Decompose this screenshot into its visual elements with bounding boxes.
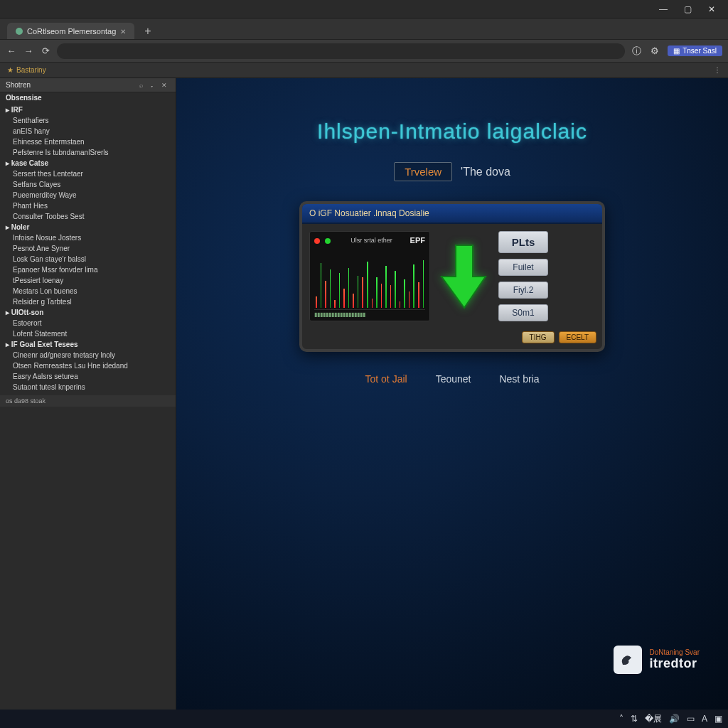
- sidebar-item[interactable]: Epanoer Mssr fonvder lima: [0, 264, 176, 275]
- sidebar-item[interactable]: Otsen Remreastes Lsu Hne idedand: [0, 360, 176, 371]
- chart-bar: [400, 301, 401, 308]
- chart-bars: [314, 245, 425, 309]
- sidebar-panel: Shotren ⌕ ▾ ✕ Obsensise ▸ IRFSenthafiers…: [0, 78, 176, 710]
- tray-chevron-icon[interactable]: ˄: [619, 714, 623, 724]
- sidebar-item[interactable]: Estoerort: [0, 318, 176, 328]
- sidebar-search-icon[interactable]: ⌕: [139, 82, 146, 89]
- nav-forward-icon[interactable]: →: [23, 46, 34, 57]
- chart-label: Ulsr srtal ether: [350, 237, 392, 244]
- bookmark-star-icon[interactable]: ★: [7, 66, 14, 74]
- sidebar-section[interactable]: ▸ Noler: [0, 222, 176, 232]
- sidebar-section[interactable]: ▸ IF Goal Exet Tesees: [0, 339, 176, 350]
- bookmark-item[interactable]: Bastariny: [16, 66, 46, 74]
- chart-bar: [404, 279, 405, 308]
- device-button-2[interactable]: Fiyl.2: [498, 282, 548, 299]
- chart-bar: [381, 284, 382, 308]
- sidebar-item[interactable]: Lofent Statement: [0, 328, 176, 339]
- subtitle-bar: Trvelew 'The dova: [394, 162, 510, 181]
- tray-language-icon[interactable]: A: [702, 714, 707, 724]
- sidebar-footer-text: os da98 stoak: [6, 397, 46, 405]
- footer-link-3[interactable]: Nest bria: [499, 373, 539, 385]
- window-close-button[interactable]: ✕: [700, 2, 724, 16]
- sidebar-item[interactable]: Mestars Lon buenes: [0, 286, 176, 296]
- tray-battery-icon[interactable]: ▭: [687, 714, 695, 724]
- window-maximize-button[interactable]: ▢: [675, 2, 700, 16]
- share-button[interactable]: ▦ Tnser Sasl: [668, 46, 722, 56]
- device-button-3[interactable]: S0m1: [498, 304, 548, 321]
- browser-tabstrip: CoRtlseom Plemersontag ✕ +: [0, 18, 728, 40]
- sidebar-item[interactable]: Sersert thes Lentetaer: [0, 168, 176, 179]
- sidebar-item[interactable]: Sutaont tutesl knperins: [0, 382, 176, 392]
- chart-bar: [353, 294, 354, 308]
- os-taskbar: ˄ ⇅ �展 🔊 ▭ A ▣: [0, 710, 728, 728]
- chart-bar: [343, 289, 345, 308]
- chart-bar: [418, 282, 419, 308]
- download-arrow-icon: [439, 231, 490, 321]
- tab-label: CoRtlseom Plemersontag: [27, 27, 116, 36]
- footer-link-1[interactable]: Tot ot Jail: [365, 373, 407, 385]
- sidebar-subtitle[interactable]: Obsensise: [0, 92, 176, 103]
- chart-bar: [372, 299, 373, 308]
- sidebar-item[interactable]: Senthafiers: [0, 115, 176, 126]
- sidebar-item[interactable]: Pefstenre Is tubndamanlSrerls: [0, 147, 176, 158]
- bookmarks-bar: ★ Bastariny ⋮: [0, 63, 728, 78]
- subtitle-text: 'The dova: [461, 166, 510, 178]
- info-icon[interactable]: ⓘ: [631, 46, 642, 57]
- sidebar-item[interactable]: Easry Aalsrs seturea: [0, 371, 176, 382]
- chart-bar: [334, 300, 336, 308]
- indicator-red-icon: [314, 238, 320, 244]
- chart-bar: [376, 277, 378, 308]
- tray-network-icon[interactable]: ⇅: [631, 714, 638, 724]
- device-foot-button-1[interactable]: TIHG: [522, 331, 555, 343]
- sidebar-item[interactable]: Relsider g Tarbtesl: [0, 296, 176, 307]
- device-button-1[interactable]: Fuilet: [498, 259, 548, 276]
- sidebar-item[interactable]: Phant Hies: [0, 200, 176, 211]
- sidebar-item[interactable]: Ehinesse Entermstaen: [0, 136, 176, 147]
- share-label: Tnser Sasl: [682, 47, 717, 55]
- sidebar-item[interactable]: Losk Gan staye'r balssl: [0, 254, 176, 264]
- sidebar-section[interactable]: ▸ kase Catse: [0, 158, 176, 168]
- sidebar-section[interactable]: ▸ IRF: [0, 105, 176, 115]
- sidebar-collapse-icon[interactable]: ▾: [150, 82, 156, 89]
- sidebar-item[interactable]: Cineenr ad/gnesre tnetasry lnoly: [0, 350, 176, 360]
- tab-close-icon[interactable]: ✕: [120, 28, 126, 36]
- device-footer: TIHG ECELT: [302, 328, 602, 349]
- nav-reload-icon[interactable]: ⟳: [40, 46, 51, 57]
- chart-bar: [423, 260, 424, 308]
- settings-icon[interactable]: ⚙: [649, 46, 660, 57]
- tray-notification-icon[interactable]: ▣: [714, 714, 722, 724]
- browser-tab-active[interactable]: CoRtlseom Plemersontag ✕: [7, 23, 134, 39]
- nav-back-icon[interactable]: ←: [6, 46, 17, 57]
- brand-badge: DoNtaning Svar itredtor: [614, 646, 700, 674]
- sidebar-item[interactable]: Infoise Nosue Josters: [0, 232, 176, 243]
- chart-bar: [413, 264, 414, 308]
- sidebar-item[interactable]: Pueemerditey Waye: [0, 190, 176, 200]
- sidebar-item[interactable]: Pesnot Ane Syner: [0, 243, 176, 254]
- browser-toolbar: ← → ⟳ ⓘ ⚙ ▦ Tnser Sasl: [0, 40, 728, 63]
- address-bar[interactable]: [57, 43, 625, 59]
- sidebar-section[interactable]: ▸ UIOtt-son: [0, 307, 176, 318]
- chart-bar: [321, 263, 322, 308]
- chart-bar: [367, 262, 368, 308]
- sidebar-tree: ▸ IRFSenthafiersanEIS hanyEhinesse Enter…: [0, 103, 176, 395]
- bookmark-menu-icon[interactable]: ⋮: [714, 66, 721, 74]
- chart-bar: [390, 285, 392, 308]
- preview-button[interactable]: Trvelew: [394, 162, 452, 181]
- footer-link-2[interactable]: Teounet: [436, 373, 471, 385]
- device-main-button[interactable]: PLts: [498, 231, 548, 253]
- chart-bar: [330, 269, 331, 308]
- sidebar-item[interactable]: tPessiert loenay: [0, 275, 176, 286]
- main-content: Ihlspen-Intmatio laigalclaic Trvelew 'Th…: [176, 78, 728, 710]
- sidebar-item[interactable]: anEIS hany: [0, 126, 176, 136]
- sidebar-item[interactable]: Consulter Toobes Sest: [0, 211, 176, 222]
- device-foot-button-2[interactable]: ECELT: [559, 331, 597, 343]
- tray-wifi-icon[interactable]: �展: [645, 713, 662, 725]
- window-minimize-button[interactable]: —: [651, 2, 675, 16]
- new-tab-button[interactable]: +: [139, 23, 156, 39]
- tray-volume-icon[interactable]: 🔊: [669, 714, 680, 724]
- sidebar-close-icon[interactable]: ✕: [161, 82, 170, 89]
- device-button-column: PLts Fuilet Fiyl.2 S0m1: [498, 231, 548, 321]
- sidebar-header: Shotren ⌕ ▾ ✕: [0, 78, 176, 92]
- indicator-green-icon: [325, 238, 331, 244]
- sidebar-item[interactable]: Setfans Clayes: [0, 179, 176, 190]
